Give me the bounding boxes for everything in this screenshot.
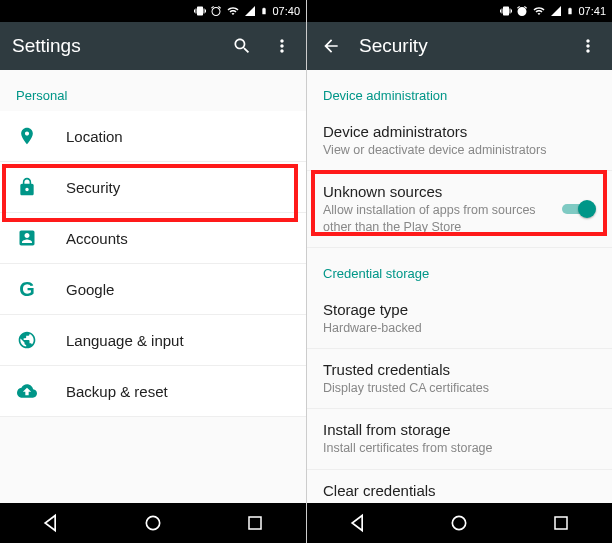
lock-icon — [16, 176, 38, 198]
item-title: Clear credentials — [323, 482, 596, 499]
list-item-language[interactable]: Language & input — [0, 315, 306, 366]
section-header-personal: Personal — [0, 70, 306, 111]
settings-list: Personal Location Security Accounts G Go… — [0, 70, 306, 503]
item-subtitle: Allow installation of apps from sources … — [323, 202, 562, 235]
recent-nav-icon[interactable] — [550, 512, 572, 534]
backup-icon — [16, 380, 38, 402]
globe-icon — [16, 329, 38, 351]
list-item-security[interactable]: Security — [0, 162, 306, 213]
svg-point-0 — [146, 516, 159, 529]
item-install-from-storage[interactable]: Install from storage Install certificate… — [307, 409, 612, 469]
phone-settings: 07:40 Settings Personal Location Securit… — [0, 0, 306, 543]
home-nav-icon[interactable] — [142, 512, 164, 534]
item-title: Device administrators — [323, 123, 596, 140]
list-item-label: Security — [66, 179, 120, 196]
location-icon — [16, 125, 38, 147]
status-time: 07:41 — [578, 5, 606, 17]
item-subtitle: View or deactivate device administrators — [323, 142, 596, 158]
svg-rect-3 — [555, 517, 567, 529]
item-title: Unknown sources — [323, 183, 562, 200]
unknown-sources-toggle[interactable] — [562, 199, 596, 219]
alarm-icon — [516, 5, 528, 17]
app-bar: Settings — [0, 22, 306, 70]
list-item-label: Accounts — [66, 230, 128, 247]
item-title: Storage type — [323, 301, 596, 318]
item-trusted-credentials[interactable]: Trusted credentials Display trusted CA c… — [307, 349, 612, 409]
more-icon[interactable] — [576, 34, 600, 58]
item-subtitle: Display trusted CA certificates — [323, 380, 596, 396]
item-device-administrators[interactable]: Device administrators View or deactivate… — [307, 111, 612, 171]
list-item-label: Language & input — [66, 332, 184, 349]
list-item-accounts[interactable]: Accounts — [0, 213, 306, 264]
signal-icon — [550, 5, 562, 17]
item-title: Install from storage — [323, 421, 596, 438]
battery-icon — [566, 5, 574, 17]
search-icon[interactable] — [230, 34, 254, 58]
item-unknown-sources[interactable]: Unknown sources Allow installation of ap… — [307, 171, 612, 248]
recent-nav-icon[interactable] — [244, 512, 266, 534]
back-arrow-icon[interactable] — [319, 34, 343, 58]
status-bar: 07:40 — [0, 0, 306, 22]
item-title: Trusted credentials — [323, 361, 596, 378]
list-item-label: Google — [66, 281, 114, 298]
nav-bar — [0, 503, 306, 543]
item-clear-credentials[interactable]: Clear credentials — [307, 470, 612, 504]
list-item-location[interactable]: Location — [0, 111, 306, 162]
back-nav-icon[interactable] — [347, 512, 369, 534]
list-item-label: Location — [66, 128, 123, 145]
google-icon: G — [16, 278, 38, 300]
item-subtitle: Hardware-backed — [323, 320, 596, 336]
vibrate-icon — [194, 5, 206, 17]
list-item-label: Backup & reset — [66, 383, 168, 400]
nav-bar — [307, 503, 612, 543]
wifi-icon — [532, 5, 546, 17]
list-item-google[interactable]: G Google — [0, 264, 306, 315]
signal-icon — [244, 5, 256, 17]
list-item-backup[interactable]: Backup & reset — [0, 366, 306, 417]
section-header-device-admin: Device administration — [307, 70, 612, 111]
vibrate-icon — [500, 5, 512, 17]
status-time: 07:40 — [272, 5, 300, 17]
security-list: Device administration Device administrat… — [307, 70, 612, 503]
page-title: Settings — [12, 35, 214, 57]
page-title: Security — [359, 35, 560, 57]
item-subtitle: Install certificates from storage — [323, 440, 596, 456]
home-nav-icon[interactable] — [448, 512, 470, 534]
back-nav-icon[interactable] — [40, 512, 62, 534]
more-icon[interactable] — [270, 34, 294, 58]
svg-rect-1 — [249, 517, 261, 529]
account-icon — [16, 227, 38, 249]
app-bar: Security — [307, 22, 612, 70]
battery-icon — [260, 5, 268, 17]
svg-point-2 — [453, 516, 466, 529]
alarm-icon — [210, 5, 222, 17]
wifi-icon — [226, 5, 240, 17]
section-header-credential-storage: Credential storage — [307, 248, 612, 289]
status-bar: 07:41 — [307, 0, 612, 22]
phone-security: 07:41 Security Device administration Dev… — [306, 0, 612, 543]
item-storage-type[interactable]: Storage type Hardware-backed — [307, 289, 612, 349]
